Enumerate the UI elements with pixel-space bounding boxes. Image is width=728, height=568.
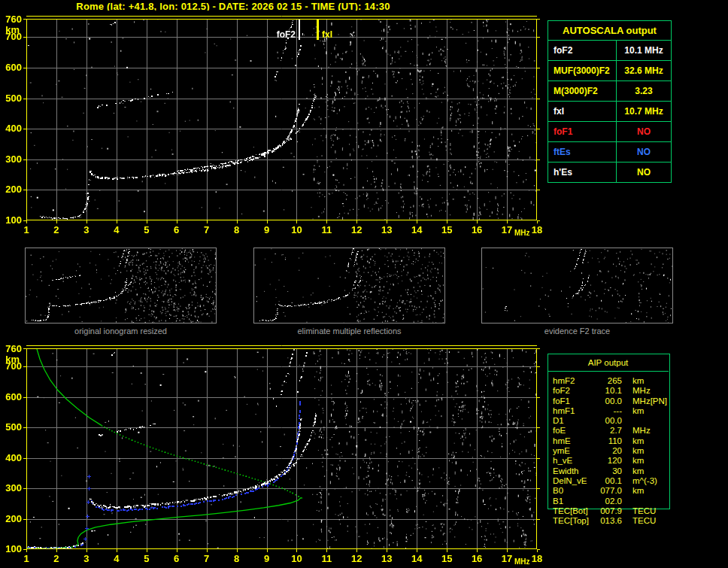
- aip-parameter-value: 110: [599, 436, 622, 446]
- aip-parameter-value: 007.9: [599, 506, 622, 516]
- bottom-ionogram-plot: [0, 340, 544, 568]
- aip-row: Ewidth30km: [548, 466, 670, 476]
- aip-row: ymE20km: [548, 446, 670, 456]
- aip-parameter-unit: km: [632, 376, 644, 386]
- autoscala-value: 32.6 MHz: [617, 61, 671, 80]
- aip-parameter-label: h_vE: [548, 456, 599, 466]
- aip-parameter-value: 265: [599, 376, 622, 386]
- aip-parameter-label: hmE: [548, 436, 599, 446]
- aip-parameter-value: 20: [599, 446, 622, 456]
- autoscala-value: 10.1 MHz: [617, 41, 671, 60]
- aip-parameter-unit: km: [632, 436, 644, 446]
- aip-parameter-label: D1: [548, 416, 599, 426]
- aip-parameter-label: hmF2: [548, 376, 599, 386]
- autoscala-label: M(3000)F2: [548, 81, 617, 101]
- aip-parameter-value: 10.1: [599, 386, 622, 396]
- aip-row: B0077.0km: [548, 486, 670, 496]
- aip-parameter-unit: km: [632, 406, 644, 416]
- aip-row: foF210.1MHz: [548, 386, 670, 396]
- aip-parameter-label: hmF1: [548, 406, 599, 416]
- autoscala-label: fxI: [548, 102, 617, 121]
- thumbnail-evidence-canvas: [482, 248, 672, 323]
- aip-parameter-label: ymE: [548, 446, 599, 456]
- aip-rows: hmF2265km foF210.1MHz foF100.0MHz [PN] h…: [548, 372, 670, 526]
- aip-parameter-label: TEC[Bot]: [548, 506, 599, 516]
- aip-row: hmF2265km: [548, 376, 670, 386]
- autoscala-row-fxI: fxI 10.7 MHz: [548, 102, 671, 122]
- autoscala-output-panel: AUTOSCALA output foF2 10.1 MHz MUF(3000)…: [548, 20, 672, 183]
- aip-parameter-value: 013.6: [599, 516, 622, 526]
- autoscala-panel-title: AUTOSCALA output: [548, 21, 671, 41]
- aip-parameter-unit: km: [632, 446, 644, 456]
- aip-row: D100.0: [548, 416, 670, 426]
- autoscala-label: foF1: [548, 122, 617, 141]
- aip-parameter-unit: km: [632, 486, 644, 496]
- aip-parameter-unit: km: [632, 456, 644, 466]
- aip-row: B102.0: [548, 497, 670, 506]
- autoscala-label: h'Es: [548, 163, 617, 182]
- autoscala-row-hEs: h'Es NO: [548, 163, 671, 182]
- aip-parameter-label: foF2: [548, 386, 599, 396]
- autoscala-row-foF2: foF2 10.1 MHz: [548, 41, 671, 61]
- aip-parameter-unit: TECU: [632, 506, 656, 516]
- autoscala-value: 10.7 MHz: [617, 102, 671, 121]
- autoscala-row-MUF3000F2: MUF(3000)F2 32.6 MHz: [548, 61, 671, 81]
- thumbnail-caption-original: original ionogram resized: [25, 327, 217, 336]
- thumbnail-original-canvas: [26, 248, 216, 323]
- aip-parameter-label: foF1: [548, 396, 599, 406]
- autoscala-value: NO: [617, 122, 671, 141]
- aip-parameter-unit: MHz: [632, 426, 651, 436]
- aip-parameter-value: 30: [599, 466, 622, 476]
- aip-parameter-unit: km: [632, 466, 644, 476]
- autoscala-row-foF1: foF1 NO: [548, 122, 671, 142]
- aip-row: hmF1---km: [548, 406, 670, 416]
- aip-parameter-label: B1: [548, 497, 599, 506]
- aip-parameter-label: TEC[Top]: [548, 516, 599, 526]
- thumbnail-caption-eliminate: eliminate multiple reflections: [253, 327, 445, 336]
- aip-parameter-note: [PN]: [651, 396, 667, 406]
- thumbnail-caption-evidence: evidence F2 trace: [481, 327, 673, 336]
- thumbnail-evidence-f2: [481, 248, 673, 323]
- aip-output-panel: AIP output hmF2265km foF210.1MHz foF100.…: [548, 354, 670, 526]
- aip-parameter-unit: m^(-3): [632, 476, 657, 486]
- aip-row: h_vE120km: [548, 456, 670, 466]
- aip-parameter-value: 00.0: [599, 416, 622, 426]
- aip-parameter-unit: MHz: [632, 396, 651, 406]
- aip-parameter-value: ---: [599, 406, 622, 416]
- aip-row: TEC[Bot]007.9TECU: [548, 506, 670, 516]
- aip-row: TEC[Top]013.6TECU: [548, 516, 670, 526]
- aip-parameter-value: 00.0: [599, 396, 622, 406]
- autoscala-row-ftEs: ftEs NO: [548, 142, 671, 163]
- aip-parameter-unit: TECU: [632, 516, 656, 526]
- thumbnail-original-ionogram: [25, 248, 217, 323]
- aip-row: DelN_vE00.1m^(-3): [548, 476, 670, 486]
- autoscala-screen: Rome (lat: +41.8, lon: 012.5) - DATE: 20…: [0, 0, 728, 568]
- autoscala-value: NO: [617, 142, 671, 162]
- autoscala-label: ftEs: [548, 142, 617, 162]
- aip-parameter-label: foE: [548, 426, 599, 436]
- autoscala-row-M3000F2: M(3000)F2 3.23: [548, 81, 671, 102]
- aip-parameter-label: DelN_vE: [548, 476, 599, 486]
- aip-parameter-value: 02.0: [599, 497, 622, 506]
- autoscala-value: 3.23: [617, 81, 671, 101]
- aip-parameter-value: 2.7: [599, 426, 622, 436]
- thumbnail-eliminate-reflections: [253, 248, 445, 323]
- thumbnail-eliminate-canvas: [254, 248, 444, 323]
- aip-parameter-label: B0: [548, 486, 599, 496]
- autoscala-value: NO: [617, 163, 671, 182]
- aip-parameter-value: 00.1: [599, 476, 622, 486]
- aip-parameter-value: 120: [599, 456, 622, 466]
- aip-panel-title: AIP output: [548, 354, 669, 372]
- aip-parameter-label: Ewidth: [548, 466, 599, 476]
- top-ionogram-plot: [0, 11, 544, 239]
- aip-parameter-unit: MHz: [632, 386, 651, 396]
- autoscala-label: MUF(3000)F2: [548, 61, 617, 80]
- aip-row: hmE110km: [548, 436, 670, 446]
- aip-parameter-value: 077.0: [599, 486, 622, 496]
- aip-row: foE2.7MHz: [548, 426, 670, 436]
- aip-row: foF100.0MHz [PN]: [548, 396, 670, 406]
- autoscala-label: foF2: [548, 41, 617, 60]
